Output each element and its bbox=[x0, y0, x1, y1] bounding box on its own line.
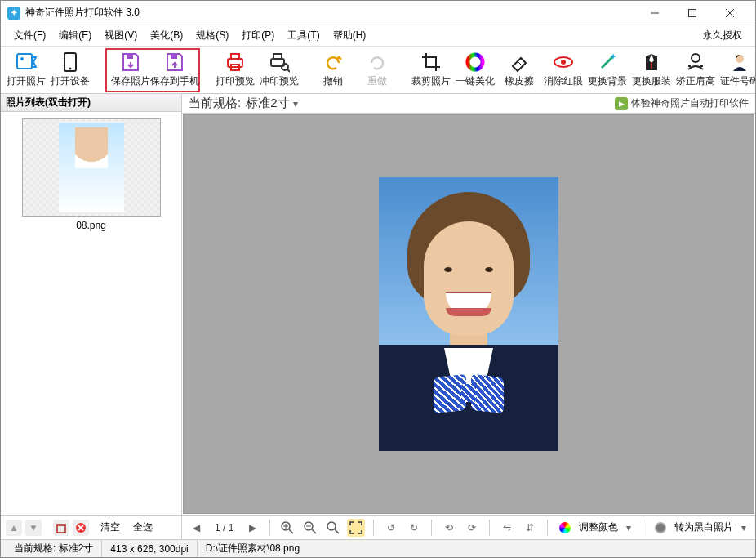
menu-license[interactable]: 永久授权 bbox=[696, 26, 749, 45]
one-key-label: 一键美化 bbox=[456, 74, 495, 88]
maximize-button[interactable] bbox=[674, 1, 711, 25]
svg-point-36 bbox=[327, 522, 336, 530]
main-footer: ◀ 1 / 1 ▶ ↺ ↻ ⟲ ⟳ ⇋ ⇵ 调整颜色 ▾ 转为黑白照片 ▾ bbox=[182, 515, 755, 539]
open-photo-icon bbox=[16, 51, 37, 73]
toolbar: 打开照片 打开设备 保存照片 保存到手机 打印预览 冲印预览 撤销 bbox=[1, 47, 755, 94]
thumbnail-item[interactable]: 08.png bbox=[22, 118, 161, 231]
crop-icon bbox=[420, 51, 442, 73]
color-wheel-icon bbox=[556, 519, 574, 537]
menu-view[interactable]: 视图(V) bbox=[98, 26, 144, 45]
menu-help[interactable]: 帮助(H) bbox=[327, 26, 373, 45]
info-bar: 当前规格: 标准2寸 ▾ ▶ 体验神奇照片自动打印软件 bbox=[182, 94, 755, 114]
thumbnail-list: 08.png bbox=[1, 112, 181, 515]
prev-page-button[interactable]: ◀ bbox=[187, 519, 205, 537]
color-ring-icon bbox=[465, 51, 486, 73]
promo-icon: ▶ bbox=[615, 97, 628, 110]
device-icon bbox=[60, 51, 81, 73]
rotate-cw-fine-button[interactable]: ⟳ bbox=[463, 519, 481, 537]
spec-dropdown-icon[interactable]: ▾ bbox=[293, 98, 298, 109]
menu-print[interactable]: 打印(P) bbox=[235, 26, 281, 45]
rotate-ccw-fine-button[interactable]: ⟲ bbox=[440, 519, 458, 537]
menu-file[interactable]: 文件(F) bbox=[7, 26, 52, 45]
thumbnail-image bbox=[59, 123, 124, 212]
shoulder-icon bbox=[685, 51, 706, 73]
zoom-reset-button[interactable] bbox=[324, 519, 342, 537]
svg-rect-1 bbox=[689, 9, 696, 16]
undo-button[interactable]: 撤销 bbox=[311, 48, 355, 92]
clear-button[interactable]: 清空 bbox=[100, 520, 120, 534]
one-key-button[interactable]: 一键美化 bbox=[453, 48, 497, 92]
zoom-out-button[interactable] bbox=[301, 519, 319, 537]
id-number-button[interactable]: 证件号码 bbox=[718, 48, 756, 92]
svg-rect-24 bbox=[57, 525, 65, 533]
redo-button[interactable]: 重做 bbox=[355, 48, 399, 92]
remove-item-button[interactable] bbox=[73, 520, 89, 536]
next-page-button[interactable]: ▶ bbox=[243, 519, 261, 537]
save-to-phone-button[interactable]: 保存到手机 bbox=[153, 48, 197, 92]
svg-point-7 bbox=[69, 68, 72, 70]
svg-point-22 bbox=[692, 54, 700, 62]
eraser-icon bbox=[509, 51, 530, 73]
list-up-button[interactable]: ▲ bbox=[6, 520, 22, 536]
save-photo-label: 保存照片 bbox=[111, 74, 150, 88]
menu-tools[interactable]: 工具(T) bbox=[281, 26, 326, 45]
change-cloth-button[interactable]: 更换服装 bbox=[629, 48, 674, 92]
dev-preview-label: 冲印预览 bbox=[260, 74, 299, 88]
close-button[interactable] bbox=[711, 1, 749, 25]
page-indicator: 1 / 1 bbox=[210, 522, 238, 533]
list-down-button[interactable]: ▼ bbox=[25, 520, 42, 536]
promo-link[interactable]: ▶ 体验神奇照片自动打印软件 bbox=[615, 96, 749, 110]
svg-rect-21 bbox=[651, 62, 652, 69]
delete-item-button[interactable] bbox=[53, 520, 69, 536]
menu-bar: 文件(F) 编辑(E) 视图(V) 美化(B) 规格(S) 打印(P) 工具(T… bbox=[1, 25, 755, 47]
minimize-button[interactable] bbox=[636, 1, 674, 25]
flip-v-button[interactable]: ⇵ bbox=[521, 519, 539, 537]
crop-button[interactable]: 裁剪照片 bbox=[409, 48, 453, 92]
svg-rect-4 bbox=[17, 54, 32, 69]
adjust-color-dropdown[interactable]: ▾ bbox=[623, 522, 634, 533]
undo-label: 撤销 bbox=[323, 74, 343, 88]
open-device-button[interactable]: 打开设备 bbox=[48, 48, 92, 92]
to-bw-button[interactable]: 转为黑白照片 bbox=[674, 520, 733, 534]
rotate-right-button[interactable]: ↻ bbox=[405, 519, 423, 537]
eraser-label: 橡皮擦 bbox=[505, 74, 534, 88]
printer-search-icon bbox=[269, 51, 290, 73]
print-preview-button[interactable]: 打印预览 bbox=[213, 48, 257, 92]
thumbnail-filename: 08.png bbox=[22, 220, 161, 231]
svg-rect-8 bbox=[127, 54, 133, 59]
sidebar-footer: ▲ ▼ 清空 全选 bbox=[1, 515, 181, 539]
flip-h-button[interactable]: ⇋ bbox=[498, 519, 516, 537]
svg-line-34 bbox=[312, 529, 316, 533]
to-bw-dropdown[interactable]: ▾ bbox=[738, 522, 749, 533]
zoom-in-button[interactable] bbox=[278, 519, 296, 537]
promo-text: 体验神奇照片自动打印软件 bbox=[631, 96, 749, 110]
id-number-label: 证件号码 bbox=[720, 74, 756, 88]
rotate-left-button[interactable]: ↺ bbox=[382, 519, 400, 537]
status-spec: 当前规格: 标准2寸 bbox=[6, 540, 102, 557]
fit-screen-button[interactable] bbox=[347, 519, 365, 537]
dev-preview-button[interactable]: 冲印预览 bbox=[257, 48, 301, 92]
window-title: 神奇证件照片打印软件 3.0 bbox=[25, 6, 140, 20]
select-all-button[interactable]: 全选 bbox=[133, 520, 153, 534]
eraser-button[interactable]: 橡皮擦 bbox=[497, 48, 541, 92]
redo-label: 重做 bbox=[367, 74, 387, 88]
adjust-color-button[interactable]: 调整颜色 bbox=[579, 520, 618, 534]
photo-canvas[interactable] bbox=[183, 114, 754, 514]
menu-edit[interactable]: 编辑(E) bbox=[52, 26, 98, 45]
svg-point-5 bbox=[20, 57, 24, 60]
save-icon bbox=[120, 51, 141, 73]
fix-shoulder-button[interactable]: 矫正肩高 bbox=[674, 48, 718, 92]
save-photo-button[interactable]: 保存照片 bbox=[109, 48, 153, 92]
redeye-button[interactable]: 消除红眼 bbox=[541, 48, 585, 92]
status-bar: 当前规格: 标准2寸 413 x 626, 300dpi D:\证件照素材\08… bbox=[1, 539, 755, 557]
change-bg-button[interactable]: 更换背景 bbox=[585, 48, 629, 92]
main-photo bbox=[379, 177, 558, 451]
svg-line-37 bbox=[335, 529, 339, 533]
sidebar-header: 照片列表(双击打开) bbox=[1, 94, 181, 112]
menu-beauty[interactable]: 美化(B) bbox=[144, 26, 189, 45]
menu-spec[interactable]: 规格(S) bbox=[189, 26, 235, 45]
bw-icon bbox=[651, 519, 669, 537]
redeye-label: 消除红眼 bbox=[544, 74, 583, 88]
open-photo-button[interactable]: 打开照片 bbox=[4, 48, 48, 92]
person-icon bbox=[729, 51, 750, 73]
